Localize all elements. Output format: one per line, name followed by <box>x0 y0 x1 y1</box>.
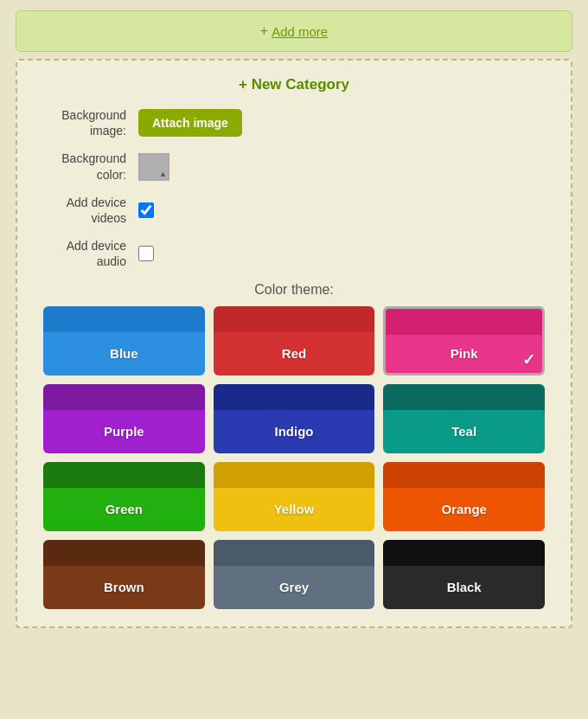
color-tile-black-label: Black <box>383 566 545 609</box>
color-tile-yellow-top <box>214 462 375 488</box>
color-tile-black-top <box>383 540 545 566</box>
color-tile-grey[interactable]: Grey <box>214 540 375 609</box>
color-tile-teal-label: Teal <box>383 410 545 453</box>
color-tile-blue-top <box>43 306 205 332</box>
color-tile-indigo-top <box>214 384 375 410</box>
color-tile-green[interactable]: Green <box>43 462 205 531</box>
background-image-label: Backgroundimage: <box>35 107 138 138</box>
background-color-label: Backgroundcolor: <box>35 151 138 182</box>
color-tile-green-top <box>43 462 205 488</box>
color-tile-indigo[interactable]: Indigo <box>214 384 375 453</box>
top-bar: + Add more <box>16 10 572 52</box>
color-tile-pink[interactable]: Pink ✓ <box>383 306 545 376</box>
color-tile-purple-label: Purple <box>43 410 205 453</box>
color-tile-purple-top <box>43 384 205 410</box>
color-tile-red-top <box>214 306 375 332</box>
color-tile-brown-top <box>43 540 205 566</box>
color-tile-orange[interactable]: Orange <box>383 462 545 531</box>
add-device-audio-row: Add deviceaudio <box>35 238 553 269</box>
color-tile-blue[interactable]: Blue <box>43 306 205 376</box>
color-tile-orange-label: Orange <box>383 488 545 531</box>
color-tile-indigo-label: Indigo <box>214 410 375 453</box>
color-tile-brown[interactable]: Brown <box>43 540 205 609</box>
add-device-audio-label: Add deviceaudio <box>35 238 138 269</box>
color-tile-grey-label: Grey <box>214 566 375 609</box>
add-device-videos-label: Add devicevideos <box>35 195 138 226</box>
selected-checkmark-icon: ✓ <box>522 350 535 369</box>
color-tile-teal-top <box>383 384 545 410</box>
color-tile-yellow-label: Yellow <box>214 488 375 531</box>
add-device-videos-row: Add devicevideos <box>35 195 553 226</box>
color-tile-black[interactable]: Black <box>383 540 545 609</box>
new-category-section: + New Category Backgroundimage: Attach i… <box>16 59 572 628</box>
color-tile-red-label: Red <box>214 332 375 376</box>
add-more-link[interactable]: Add more <box>272 24 328 39</box>
color-tile-teal[interactable]: Teal <box>383 384 545 453</box>
add-device-videos-checkbox[interactable] <box>138 202 154 218</box>
color-tile-red[interactable]: Red <box>214 306 375 376</box>
color-tile-blue-label: Blue <box>43 332 205 376</box>
attach-image-button[interactable]: Attach image <box>138 109 242 137</box>
color-tile-pink-label: Pink ✓ <box>386 335 542 373</box>
color-tile-orange-top <box>383 462 545 488</box>
color-picker-arrow-icon: ▲ <box>159 170 167 178</box>
background-color-row: Backgroundcolor: ▲ <box>35 151 553 182</box>
color-tile-grey-top <box>214 540 375 566</box>
background-color-picker[interactable]: ▲ <box>138 153 169 181</box>
color-tile-purple[interactable]: Purple <box>43 384 205 453</box>
new-category-header[interactable]: + New Category <box>35 69 553 107</box>
plus-icon: + <box>260 23 268 39</box>
color-grid: Blue Red Pink ✓ Purple Indigo T <box>43 306 545 609</box>
color-tile-yellow[interactable]: Yellow <box>214 462 375 531</box>
background-image-row: Backgroundimage: Attach image <box>35 107 553 138</box>
color-tile-green-label: Green <box>43 488 205 531</box>
color-tile-pink-top <box>386 309 542 335</box>
color-tile-brown-label: Brown <box>43 566 205 609</box>
color-theme-label: Color theme: <box>35 282 553 298</box>
add-device-audio-checkbox[interactable] <box>138 246 154 261</box>
